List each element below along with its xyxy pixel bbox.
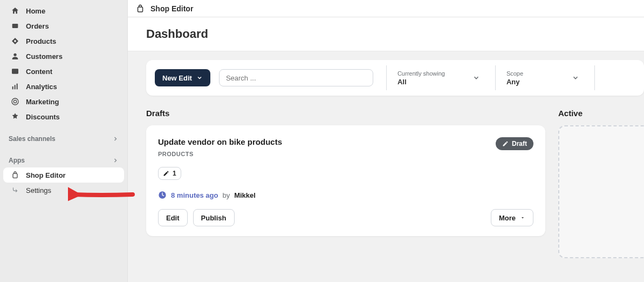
nav-content[interactable]: Content (3, 64, 124, 79)
filter-value: All (398, 78, 445, 86)
by-label: by (222, 191, 230, 199)
content-icon (10, 67, 20, 76)
nav-label: Analytics (26, 83, 57, 91)
svg-rect-8 (13, 173, 17, 178)
customers-icon (10, 52, 20, 61)
section-apps[interactable]: Apps (0, 153, 127, 167)
chevron-down-icon (572, 74, 579, 82)
svg-rect-5 (17, 84, 18, 90)
button-label: More (499, 214, 516, 222)
search-wrap (219, 69, 373, 86)
nav-label: Discounts (26, 113, 60, 121)
active-placeholder (558, 125, 644, 258)
filter-label: Scope (506, 70, 523, 77)
products-icon (10, 37, 20, 45)
nav-label: Customers (26, 52, 63, 61)
svg-rect-2 (12, 69, 18, 73)
draft-meta: 8 minutes ago by Mikkel (158, 191, 533, 199)
section-sales-channels[interactable]: Sales channels (0, 132, 127, 146)
nav-label: Settings (26, 186, 51, 194)
nav-customers[interactable]: Customers (3, 49, 124, 64)
section-label-text: Apps (9, 157, 25, 164)
discounts-icon (10, 112, 20, 121)
svg-rect-0 (12, 24, 18, 28)
main-area: Shop Editor Dashboard New Edit Currently… (127, 0, 644, 282)
chevron-down-icon (196, 75, 203, 81)
edit-count-chip[interactable]: 1 (158, 167, 181, 180)
publish-button[interactable]: Publish (193, 209, 235, 226)
filter-card: New Edit Currently showing All (146, 60, 644, 96)
button-label: Edit (166, 214, 180, 222)
nav-analytics[interactable]: Analytics (3, 79, 124, 94)
nav-orders[interactable]: Orders (3, 18, 124, 33)
pencil-icon (502, 140, 509, 147)
shop-editor-icon (10, 171, 20, 179)
nav-label: Orders (26, 22, 49, 30)
nav-marketing[interactable]: Marketing (3, 94, 124, 109)
draft-time: 8 minutes ago (171, 191, 218, 199)
button-label: New Edit (162, 74, 192, 82)
nav-label: Products (26, 37, 56, 45)
caret-down-icon (520, 215, 525, 220)
svg-point-7 (13, 100, 16, 103)
active-column: Active (558, 109, 644, 258)
nav-discounts[interactable]: Discounts (3, 109, 124, 124)
section-label-text: Sales channels (9, 135, 56, 143)
badge-label: Draft (512, 140, 527, 147)
draft-card: Update vendor on bike products PRODUCTS … (146, 125, 545, 236)
draft-badge: Draft (496, 137, 533, 150)
analytics-icon (10, 82, 20, 91)
svg-rect-4 (15, 85, 16, 89)
page-title: Dashboard (128, 17, 644, 51)
shop-editor-icon (135, 4, 145, 14)
chevron-down-icon (472, 74, 480, 82)
home-icon (10, 6, 20, 15)
topbar: Shop Editor (128, 0, 644, 17)
svg-rect-3 (12, 86, 13, 89)
topbar-title: Shop Editor (150, 4, 193, 13)
button-label: Publish (201, 214, 227, 222)
nav-label: Marketing (26, 98, 59, 106)
nav-label: Home (26, 7, 45, 15)
filter-scope[interactable]: Scope Any (495, 65, 581, 90)
draft-title: Update vendor on bike products (158, 137, 282, 146)
nav-label: Content (26, 68, 52, 76)
active-heading: Active (558, 109, 644, 118)
nav-label: Shop Editor (26, 171, 66, 179)
clock-icon (158, 191, 167, 199)
filter-value: Any (506, 78, 523, 86)
pencil-icon (163, 170, 169, 177)
chevron-right-icon (112, 136, 119, 142)
drafts-column: Drafts Update vendor on bike products PR… (146, 109, 545, 258)
chip-count: 1 (173, 170, 176, 177)
sub-arrow-icon (10, 186, 20, 194)
svg-point-1 (13, 53, 16, 56)
nav-app-shop-editor[interactable]: Shop Editor (3, 167, 124, 183)
search-input[interactable] (219, 69, 373, 86)
svg-rect-9 (138, 7, 143, 12)
filter-extra[interactable] (594, 65, 606, 90)
nav-products[interactable]: Products (3, 33, 124, 49)
new-edit-button[interactable]: New Edit (155, 69, 210, 86)
edit-button[interactable]: Edit (158, 209, 188, 226)
filter-currently-showing[interactable]: Currently showing All (386, 65, 482, 90)
marketing-icon (10, 97, 20, 106)
filter-label: Currently showing (398, 70, 445, 77)
more-button[interactable]: More (491, 209, 533, 226)
chevron-right-icon (112, 157, 119, 164)
nav-home[interactable]: Home (3, 3, 124, 18)
draft-subtitle: PRODUCTS (158, 151, 282, 157)
svg-point-6 (12, 98, 18, 105)
draft-author: Mikkel (234, 191, 256, 199)
orders-icon (10, 22, 20, 30)
drafts-heading: Drafts (146, 109, 545, 118)
nav-app-settings[interactable]: Settings (3, 183, 124, 198)
sidebar: Home Orders Products Customers Content (0, 0, 127, 282)
